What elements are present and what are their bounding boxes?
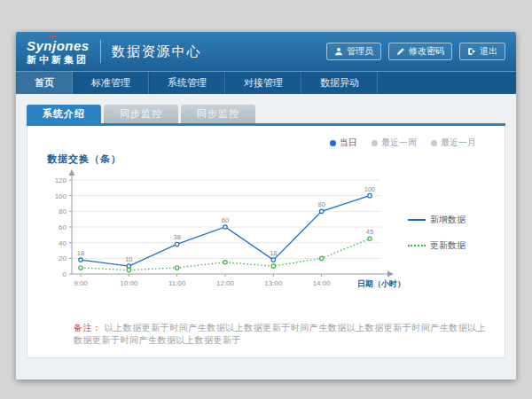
tab-sync-monitor-2[interactable]: 同步监控 xyxy=(181,105,255,123)
nav-item-connection-mgmt[interactable]: 对接管理 xyxy=(225,72,301,94)
nav-item-home[interactable]: 首页 xyxy=(16,72,73,94)
svg-text:0: 0 xyxy=(63,270,67,278)
app-window: Synjones 新中新集团 数据资源中心 管理员 修改密码 xyxy=(16,32,516,379)
svg-text:45: 45 xyxy=(366,228,373,236)
legend-new-data-label: 新增数据 xyxy=(430,214,466,226)
svg-text:14:00: 14:00 xyxy=(313,279,332,287)
nav-item-standard-mgmt[interactable]: 标准管理 xyxy=(73,72,149,94)
logout-icon xyxy=(467,47,476,56)
change-password-button[interactable]: 修改密码 xyxy=(388,43,452,60)
filter-last-month[interactable]: 最近一月 xyxy=(431,137,476,149)
footnote: 备注： 以上数据更新于时间产生数据以上数据更新于时间产生数据以上数据更新于时间产… xyxy=(74,322,492,347)
chart-panel: 当日 最近一周 最近一月 数据交换（条） 0204060801001209:00… xyxy=(27,126,505,358)
nav-item-system-mgmt[interactable]: 系统管理 xyxy=(149,72,225,94)
svg-text:10: 10 xyxy=(125,255,132,263)
tab-system-intro[interactable]: 系统介绍 xyxy=(27,105,101,123)
tab-bar: 系统介绍 同步监控 同步监控 xyxy=(27,105,505,126)
filter-last-week[interactable]: 最近一周 xyxy=(372,137,417,149)
svg-text:60: 60 xyxy=(222,216,229,224)
svg-text:38: 38 xyxy=(173,233,180,241)
svg-text:80: 80 xyxy=(317,200,325,208)
svg-text:18: 18 xyxy=(270,249,277,257)
dotted-line-icon xyxy=(408,245,426,246)
svg-text:9:00: 9:00 xyxy=(74,279,88,287)
svg-text:20: 20 xyxy=(59,254,66,262)
filter-last-month-label: 最近一月 xyxy=(441,137,476,149)
svg-text:120: 120 xyxy=(55,176,67,184)
svg-text:100: 100 xyxy=(55,192,67,200)
main-nav: 首页 标准管理 系统管理 对接管理 数据异动 xyxy=(16,71,516,94)
legend-item-update-data[interactable]: 更新数据 xyxy=(408,239,488,252)
footnote-text: 以上数据更新于时间产生数据以上数据更新于时间产生数据以上数据更新于时间产生数据以… xyxy=(74,323,486,345)
dot-icon xyxy=(431,140,437,146)
change-password-label: 修改密码 xyxy=(409,45,444,58)
header-user-actions: 管理员 修改密码 退出 xyxy=(326,43,505,60)
filter-today-label: 当日 xyxy=(340,137,357,149)
dot-icon xyxy=(372,140,378,146)
series-legend: 新增数据 更新数据 xyxy=(408,168,488,309)
logo-subtext: 新中新集团 xyxy=(27,55,90,65)
company-logo: Synjones 新中新集团 xyxy=(27,39,90,65)
legend-update-data-label: 更新数据 xyxy=(430,239,466,252)
pencil-icon xyxy=(396,47,405,56)
line-chart: 0204060801001209:0010:0011:0012:0013:001… xyxy=(40,168,408,309)
svg-text:80: 80 xyxy=(59,207,66,215)
svg-text:10:00: 10:00 xyxy=(120,279,138,287)
filter-last-week-label: 最近一周 xyxy=(381,137,417,149)
svg-text:11:00: 11:00 xyxy=(168,279,186,287)
footnote-prefix: 备注： xyxy=(74,323,102,332)
logout-button[interactable]: 退出 xyxy=(459,43,505,60)
logo-text: Synjones xyxy=(27,39,90,52)
chart-area: 0204060801001209:0010:0011:0012:0013:001… xyxy=(40,168,492,309)
logo-swoosh-icon xyxy=(48,35,59,41)
admin-user-button[interactable]: 管理员 xyxy=(326,43,381,60)
svg-text:日期（小时）: 日期（小时） xyxy=(357,279,405,288)
solid-line-icon xyxy=(408,219,426,221)
y-axis-title: 数据交换（条） xyxy=(47,153,492,166)
header-divider xyxy=(100,40,101,63)
svg-text:60: 60 xyxy=(59,223,66,231)
page-title: 数据资源中心 xyxy=(112,43,202,60)
svg-text:13:00: 13:00 xyxy=(264,279,283,287)
legend-item-new-data[interactable]: 新增数据 xyxy=(408,214,488,226)
svg-text:100: 100 xyxy=(364,185,376,193)
user-icon xyxy=(334,47,343,56)
tab-sync-monitor-1[interactable]: 同步监控 xyxy=(104,105,178,123)
nav-item-data-change[interactable]: 数据异动 xyxy=(301,72,378,94)
svg-text:12:00: 12:00 xyxy=(216,279,235,287)
app-header: Synjones 新中新集团 数据资源中心 管理员 修改密码 xyxy=(16,32,516,71)
range-filter-legend: 当日 最近一周 最近一月 xyxy=(40,133,492,149)
filter-today[interactable]: 当日 xyxy=(330,137,357,149)
svg-text:40: 40 xyxy=(59,239,66,247)
admin-user-label: 管理员 xyxy=(347,45,373,58)
svg-text:18: 18 xyxy=(77,249,84,257)
dot-icon xyxy=(330,140,336,146)
logout-label: 退出 xyxy=(480,45,497,58)
content-area: 系统介绍 同步监控 同步监控 当日 最近一周 最近一月 数据交换（条） xyxy=(16,94,516,379)
